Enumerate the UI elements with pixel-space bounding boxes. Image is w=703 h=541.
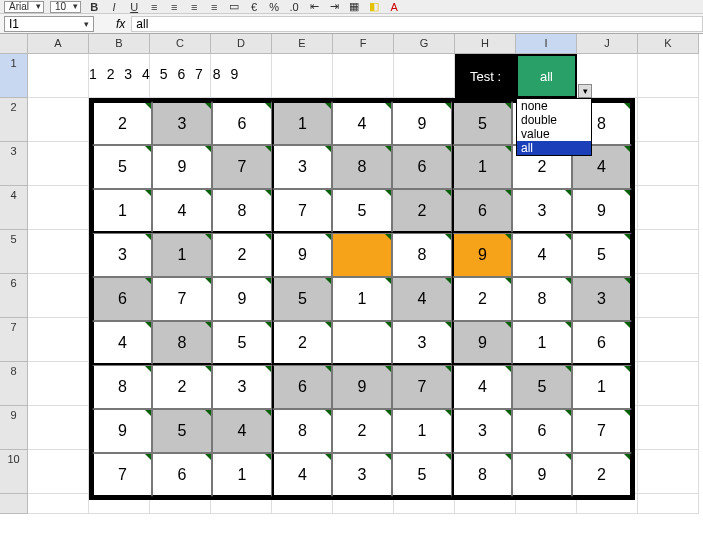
- sudoku-cell[interactable]: 3: [452, 409, 512, 453]
- sudoku-cell[interactable]: 5: [92, 145, 152, 189]
- sudoku-cell[interactable]: 3: [392, 321, 452, 365]
- sudoku-cell[interactable]: 2: [272, 321, 332, 365]
- col-header[interactable]: F: [333, 34, 394, 54]
- sudoku-cell[interactable]: 2: [92, 101, 152, 145]
- sudoku-cell[interactable]: 5: [452, 101, 512, 145]
- sudoku-cell[interactable]: 3: [92, 233, 152, 277]
- sudoku-cell[interactable]: 2: [392, 189, 452, 233]
- sudoku-cell[interactable]: 6: [392, 145, 452, 189]
- sudoku-cell[interactable]: 4: [92, 321, 152, 365]
- sudoku-cell[interactable]: 9: [452, 321, 512, 365]
- chevron-down-icon[interactable]: ▾: [578, 84, 592, 98]
- row-header[interactable]: 5: [0, 230, 28, 274]
- align-justify-icon[interactable]: ≡: [207, 0, 221, 14]
- cell[interactable]: [28, 98, 89, 142]
- sudoku-cell[interactable]: 2: [452, 277, 512, 321]
- sudoku-cell[interactable]: 8: [152, 321, 212, 365]
- cell[interactable]: [28, 494, 89, 514]
- sudoku-cell[interactable]: 3: [272, 145, 332, 189]
- sudoku-cell[interactable]: 8: [212, 189, 272, 233]
- col-header[interactable]: E: [272, 34, 333, 54]
- sudoku-cell[interactable]: 4: [392, 277, 452, 321]
- sudoku-cell[interactable]: 3: [332, 453, 392, 497]
- borders-icon[interactable]: ▦: [347, 0, 361, 14]
- sudoku-cell[interactable]: 3: [572, 277, 632, 321]
- col-header[interactable]: C: [150, 34, 211, 54]
- col-header[interactable]: J: [577, 34, 638, 54]
- dropdown-option[interactable]: double: [517, 113, 591, 127]
- sudoku-cell[interactable]: 1: [212, 453, 272, 497]
- col-header[interactable]: D: [211, 34, 272, 54]
- sudoku-cell[interactable]: 8: [512, 277, 572, 321]
- cell[interactable]: [28, 142, 89, 186]
- cell[interactable]: [638, 142, 699, 186]
- sudoku-cell[interactable]: 7: [152, 277, 212, 321]
- cell[interactable]: [28, 274, 89, 318]
- cell[interactable]: [638, 318, 699, 362]
- sudoku-cell[interactable]: 8: [392, 233, 452, 277]
- col-header[interactable]: B: [89, 34, 150, 54]
- sudoku-cell[interactable]: 4: [212, 409, 272, 453]
- decimal-icon[interactable]: .0: [287, 0, 301, 14]
- italic-icon[interactable]: I: [107, 0, 121, 14]
- sudoku-cell[interactable]: 1: [332, 277, 392, 321]
- sudoku-cell[interactable]: 5: [152, 409, 212, 453]
- sudoku-cell[interactable]: 2: [152, 365, 212, 409]
- font-name-combo[interactable]: Arial: [4, 1, 44, 13]
- row-header[interactable]: 1: [0, 54, 28, 98]
- sudoku-cell[interactable]: 3: [152, 101, 212, 145]
- sudoku-cell[interactable]: 6: [92, 277, 152, 321]
- dropdown-option[interactable]: value: [517, 127, 591, 141]
- align-right-icon[interactable]: ≡: [187, 0, 201, 14]
- cell[interactable]: [28, 230, 89, 274]
- align-center-icon[interactable]: ≡: [167, 0, 181, 14]
- row-header[interactable]: 8: [0, 362, 28, 406]
- sudoku-cell[interactable]: 5: [272, 277, 332, 321]
- row-header[interactable]: 4: [0, 186, 28, 230]
- sudoku-cell[interactable]: 8: [332, 145, 392, 189]
- sudoku-cell[interactable]: 9: [572, 189, 632, 233]
- fill-color-icon[interactable]: ◧: [367, 0, 381, 14]
- sudoku-cell[interactable]: 3: [212, 365, 272, 409]
- select-all-corner[interactable]: [0, 34, 28, 54]
- sudoku-cell[interactable]: 8: [92, 365, 152, 409]
- cell[interactable]: [638, 98, 699, 142]
- indent-dec-icon[interactable]: ⇤: [307, 0, 321, 14]
- align-left-icon[interactable]: ≡: [147, 0, 161, 14]
- cell[interactable]: [638, 362, 699, 406]
- cell[interactable]: [638, 186, 699, 230]
- col-header[interactable]: G: [394, 34, 455, 54]
- fx-icon[interactable]: fx: [116, 17, 125, 31]
- sudoku-cell[interactable]: 9: [272, 233, 332, 277]
- percent-icon[interactable]: %: [267, 0, 281, 14]
- sudoku-cell[interactable]: 6: [212, 101, 272, 145]
- row-header[interactable]: 2: [0, 98, 28, 142]
- sudoku-cell[interactable]: 9: [512, 453, 572, 497]
- name-box[interactable]: I1: [4, 16, 94, 32]
- cell[interactable]: [638, 494, 699, 514]
- cell[interactable]: [638, 450, 699, 494]
- formula-input[interactable]: all: [131, 16, 703, 32]
- row-header[interactable]: 3: [0, 142, 28, 186]
- cell[interactable]: [28, 406, 89, 450]
- sudoku-cell[interactable]: 5: [212, 321, 272, 365]
- row-header[interactable]: [0, 494, 28, 514]
- sudoku-cell[interactable]: 1: [152, 233, 212, 277]
- sudoku-cell[interactable]: 7: [92, 453, 152, 497]
- cell[interactable]: [28, 362, 89, 406]
- cell[interactable]: [28, 318, 89, 362]
- dropdown-option[interactable]: none: [517, 99, 591, 113]
- dropdown-option[interactable]: all: [517, 141, 591, 155]
- col-header[interactable]: H: [455, 34, 516, 54]
- validation-dropdown[interactable]: none double value all: [516, 98, 592, 156]
- sudoku-cell[interactable]: 9: [332, 365, 392, 409]
- cell[interactable]: [638, 230, 699, 274]
- sudoku-cell[interactable]: 5: [572, 233, 632, 277]
- row-header[interactable]: 9: [0, 406, 28, 450]
- sudoku-cell[interactable]: 4: [272, 453, 332, 497]
- sudoku-cell[interactable]: 1: [572, 365, 632, 409]
- sudoku-cell[interactable]: 4: [512, 233, 572, 277]
- sudoku-cell[interactable]: 7: [392, 365, 452, 409]
- sudoku-cell[interactable]: [332, 321, 392, 365]
- cell[interactable]: [28, 186, 89, 230]
